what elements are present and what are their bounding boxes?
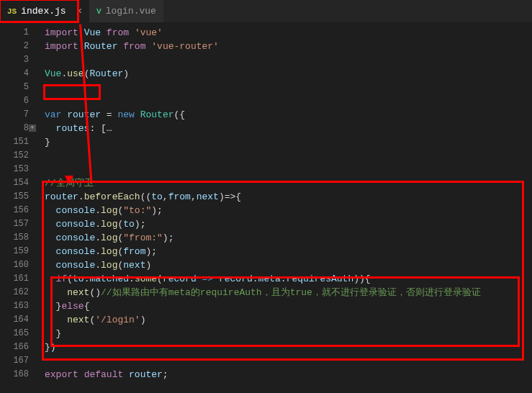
- code-line[interactable]: console.log("to:");: [45, 204, 532, 217]
- code-line[interactable]: next('/login'): [45, 313, 532, 327]
- line-number: 157: [0, 217, 29, 231]
- code-area[interactable]: import Vue from 'vue'import Router from …: [40, 23, 532, 393]
- line-number: 168: [0, 368, 29, 381]
- line-number: 154: [0, 176, 29, 190]
- code-line[interactable]: }: [45, 327, 532, 340]
- code-line[interactable]: router.beforeEach((to,from,next)=>{: [45, 190, 532, 204]
- code-line[interactable]: //全局守卫: [45, 176, 532, 190]
- line-number: 161: [0, 272, 29, 286]
- code-line[interactable]: console.log(to);: [45, 217, 532, 231]
- line-number: 6: [0, 94, 29, 108]
- code-line[interactable]: console.log(next): [45, 258, 532, 272]
- line-number: 3: [0, 53, 29, 67]
- code-line[interactable]: }else{: [45, 299, 532, 313]
- line-number: 2: [0, 40, 29, 53]
- code-line[interactable]: import Router from 'vue-router': [45, 40, 532, 53]
- line-number: 163: [0, 299, 29, 313]
- code-line[interactable]: [45, 94, 532, 108]
- fold-icon[interactable]: +: [29, 125, 36, 132]
- close-icon[interactable]: ×: [76, 6, 82, 17]
- code-line[interactable]: [45, 149, 532, 163]
- code-line[interactable]: [45, 81, 532, 94]
- line-number: 167: [0, 354, 29, 368]
- line-number: 165: [0, 327, 29, 340]
- editor[interactable]: 12345678+1511521531541551561571581591601…: [0, 23, 532, 393]
- tab-index-js[interactable]: JS index.js ×: [0, 0, 89, 22]
- line-number: 152: [0, 149, 29, 163]
- line-number: 153: [0, 163, 29, 176]
- line-number: 5: [0, 81, 29, 94]
- line-number: 151: [0, 135, 29, 149]
- code-line[interactable]: [45, 354, 532, 368]
- line-number: 160: [0, 258, 29, 272]
- code-line[interactable]: export default router;: [45, 368, 532, 381]
- line-number: 1: [0, 26, 29, 40]
- tab-label: login.vue: [106, 6, 156, 17]
- line-number: 162: [0, 286, 29, 299]
- line-number: 156: [0, 204, 29, 217]
- gutter: 12345678+1511521531541551561571581591601…: [0, 23, 40, 393]
- js-icon: JS: [7, 7, 17, 16]
- line-number: 166: [0, 340, 29, 354]
- code-line[interactable]: import Vue from 'vue': [45, 26, 532, 40]
- tab-label: index.js: [21, 6, 66, 17]
- code-line[interactable]: console.log(from);: [45, 245, 532, 258]
- line-number: 158: [0, 231, 29, 245]
- line-number: 155: [0, 190, 29, 204]
- line-number: 164: [0, 313, 29, 327]
- code-line[interactable]: Vue.use(Router): [45, 67, 532, 81]
- code-line[interactable]: routes: […: [45, 122, 532, 135]
- code-line[interactable]: if(to.matched.some(record => record.meta…: [45, 272, 532, 286]
- code-line[interactable]: [45, 163, 532, 176]
- line-number: 8: [0, 122, 29, 135]
- line-number: 4: [0, 67, 29, 81]
- code-line[interactable]: next()//如果路由中有meta的requireAuth，且为true，就不…: [45, 286, 532, 299]
- code-line[interactable]: console.log("from:");: [45, 231, 532, 245]
- line-number: 7: [0, 108, 29, 122]
- code-line[interactable]: [45, 53, 532, 67]
- tab-login-vue[interactable]: V login.vue: [89, 0, 163, 22]
- tab-bar: JS index.js × V login.vue: [0, 0, 532, 23]
- code-line[interactable]: }): [45, 340, 532, 354]
- line-number: 159: [0, 245, 29, 258]
- code-line[interactable]: }: [45, 135, 532, 149]
- code-line[interactable]: var router = new Router({: [45, 108, 532, 122]
- vue-icon: V: [96, 7, 102, 16]
